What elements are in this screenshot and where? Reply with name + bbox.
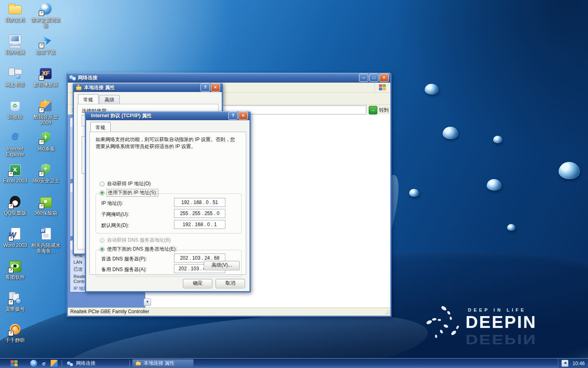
thunder-swoosh-icon <box>38 34 53 48</box>
cancel-button[interactable]: 取消 <box>216 279 245 288</box>
deepin-swirl-icon <box>425 307 462 343</box>
icon-label: 酷我音乐盒2009 <box>31 114 60 126</box>
shortcut-arrow-icon <box>39 171 44 177</box>
desktop-icon-thunder-download[interactable]: 迅雷下载 <box>31 34 60 55</box>
sidebar-scroll-down-icon[interactable] <box>144 298 151 306</box>
tab-general[interactable]: 常规 <box>78 94 98 104</box>
close-button[interactable] <box>238 112 248 120</box>
resize-grip[interactable] <box>385 310 390 315</box>
taskbar-separator <box>62 360 62 367</box>
network-window-titlebar[interactable]: 网络连接 <box>68 73 390 83</box>
window-title: 网络连接 <box>78 74 358 81</box>
close-button[interactable] <box>211 83 220 92</box>
shortcut-arrow-icon <box>8 268 13 273</box>
advanced-button[interactable]: 高级(V)... <box>204 261 240 270</box>
icon-label: Word 2003 <box>0 242 30 248</box>
subnet-mask-field[interactable]: 255 . 255 . 255 . 0 <box>174 209 225 218</box>
shortcut-arrow-icon <box>39 75 44 81</box>
system-tray: 10:46 <box>558 359 588 368</box>
desktop-icon-word-document[interactable]: W 相关内陆咸水养海鱼... <box>31 227 60 254</box>
recycle-bin-icon <box>8 99 22 113</box>
help-button[interactable] <box>228 112 238 120</box>
icon-label: Excel 2003 <box>0 178 30 184</box>
help-button[interactable] <box>200 83 210 92</box>
water-droplet <box>493 136 502 143</box>
shortcut-arrow-icon <box>39 43 44 48</box>
radio-auto-ip[interactable]: 自动获得 IP 地址(O) <box>100 180 151 187</box>
word-icon: W <box>8 227 22 241</box>
icon-label: 我的文档 <box>0 17 30 23</box>
dialog-title: 本地连接 属性 <box>84 84 200 91</box>
internet-explorer-icon <box>8 131 22 145</box>
water-droplet <box>409 189 419 197</box>
icon-label: 宽带拨号 <box>0 306 30 312</box>
taskbar-separator <box>129 360 130 367</box>
word-document-icon: W <box>38 227 53 241</box>
ok-button[interactable]: 确定 <box>183 279 212 288</box>
deepin-logo: DEEP IN LIFE DEEPIN DEEPIN <box>425 303 556 348</box>
360-strongbox-icon <box>38 195 53 209</box>
desktop-icon-recycle-bin[interactable]: 回收站 <box>0 99 30 120</box>
shortcut-arrow-icon <box>39 11 44 16</box>
desktop-icon-excel-2003[interactable]: Excel 2003 <box>0 163 30 184</box>
windows-logo <box>374 83 390 92</box>
taskbar-task-lan-properties[interactable]: 本地连接 属性 <box>132 359 194 368</box>
icon-label: QQ双显版 <box>0 210 30 216</box>
icon-label: 世界之窗浏览器 <box>31 17 60 29</box>
start-button[interactable] <box>0 360 29 367</box>
icon-label: 相关内陆咸水养海鱼... <box>31 242 60 254</box>
desktop-icon-image-viewer[interactable]: 看图软件 <box>0 259 30 280</box>
dhcp-description: 如果网络支持此功能，则可以获取自动指派的 IP 设置。否则，您需要从网络系统管理… <box>96 136 239 150</box>
desktop-icon-network-places[interactable]: 网上邻居 <box>0 67 30 88</box>
desktop-icon-broadband-dialup[interactable]: 宽带拨号 <box>0 291 30 312</box>
desktop: DEEP IN LIFE DEEPIN DEEPIN 我的文档 世界之窗浏览器 … <box>0 0 588 368</box>
ip-address-field[interactable]: 192 . 168 . 0 . 51 <box>174 198 225 207</box>
desktop-icon-360-strongbox[interactable]: 360保险箱 <box>31 195 60 216</box>
quicklaunch-internet-explorer-icon[interactable] <box>40 360 47 367</box>
quicklaunch-world-window-icon[interactable] <box>30 360 37 367</box>
desktop-icon-360-antivirus[interactable]: 360杀毒 <box>31 131 60 152</box>
desktop-icon-my-computer[interactable]: 我的电脑 <box>0 34 30 55</box>
water-droplet <box>559 162 580 179</box>
shortcut-arrow-icon <box>8 300 13 305</box>
quicklaunch-kuwo-icon[interactable] <box>51 360 58 367</box>
tcpip-titlebar[interactable]: Internet 协议 (TCP/IP) 属性 <box>86 111 249 120</box>
desktop-icon-internet-explorer[interactable]: Internet Explorer <box>0 131 30 157</box>
minimize-button[interactable] <box>359 74 368 82</box>
desktop-icon-word-2003[interactable]: W Word 2003 <box>0 227 30 248</box>
shortcut-arrow-icon <box>39 108 44 113</box>
desktop-icon-world-window-browser[interactable]: 世界之窗浏览器 <box>31 2 60 29</box>
icon-label: 千千静听 <box>0 337 30 343</box>
shortcut-arrow-icon <box>8 331 13 336</box>
desktop-icon-360-safe[interactable]: 360安全卫士 <box>31 163 60 184</box>
maximize-button[interactable] <box>369 74 379 82</box>
deepin-brand: DEEPIN <box>466 312 537 332</box>
lan-connection-icon <box>76 85 82 90</box>
radio-auto-dns: 自动获得 DNS 服务器地址(B) <box>100 237 171 244</box>
tray-collapse-icon[interactable] <box>561 360 568 367</box>
taskbar-task-network-connections[interactable]: 网络连接 <box>65 359 126 368</box>
go-arrow-icon <box>369 106 377 114</box>
task-label: 网络连接 <box>76 360 96 367</box>
360-antivirus-shield-icon <box>38 131 53 145</box>
deepin-brand-reflection: DEEPIN <box>466 332 537 347</box>
kuwo-music-icon <box>38 99 53 113</box>
network-places-icon <box>8 67 22 81</box>
close-button[interactable] <box>379 74 389 82</box>
icon-label: Internet Explorer <box>0 146 30 157</box>
start-windows-flag-icon <box>11 360 18 367</box>
default-gateway-field[interactable]: 192 . 168 . 0 . 1 <box>174 220 225 229</box>
desktop-icon-xf-player[interactable]: 影音播放器 <box>31 67 60 88</box>
taskbar-clock: 10:46 <box>572 361 585 366</box>
desktop-icon-kuwo-music[interactable]: 酷我音乐盒2009 <box>31 99 60 126</box>
tab-general[interactable]: 常规 <box>90 122 111 132</box>
icon-label: 迅雷下载 <box>31 49 60 55</box>
lan-properties-titlebar[interactable]: 本地连接 属性 <box>74 83 222 92</box>
dialog-title: Internet 协议 (TCP/IP) 属性 <box>91 112 227 119</box>
desktop-icon-my-documents[interactable]: 我的文档 <box>0 2 30 23</box>
desktop-icon-qq[interactable]: QQ双显版 <box>0 195 30 216</box>
alternate-dns-label: 备用 DNS 服务器(A): <box>101 266 147 273</box>
go-button[interactable]: 转到 <box>369 106 389 114</box>
image-viewer-eye-icon <box>8 259 22 273</box>
desktop-icon-ttplayer[interactable]: 千千静听 <box>0 322 30 343</box>
